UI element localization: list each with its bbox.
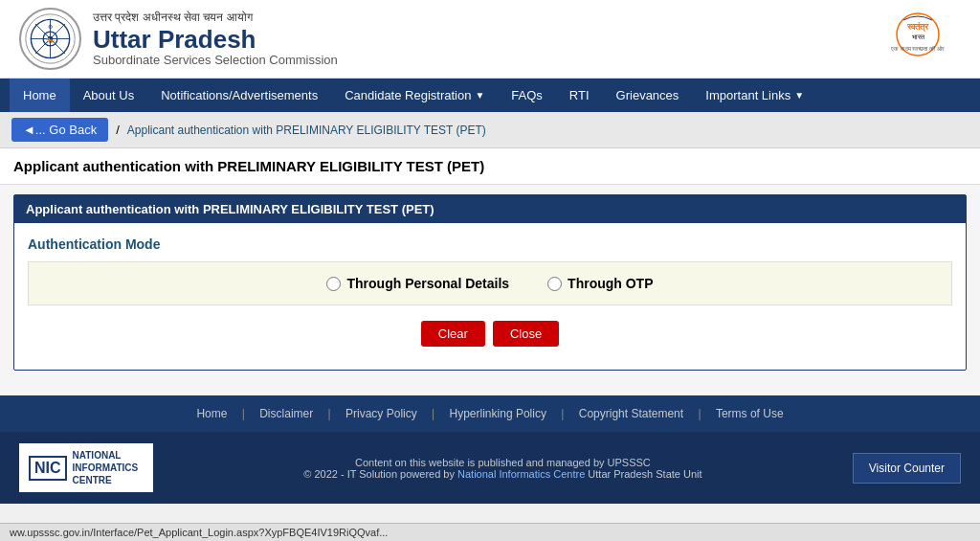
nav-rti[interactable]: RTI xyxy=(556,79,603,112)
azadi-logo: स्वतंत्र भारत एक कदम स्वच्छता की ओर xyxy=(875,11,961,68)
footer-line3-text: Uttar Pradesh State Unit xyxy=(588,468,702,480)
hindi-title: उत्तर प्रदेश अधीनस्थ सेवा चयन आयोग xyxy=(93,11,338,24)
footer-center: Content on this website is published and… xyxy=(303,457,702,480)
footer-bottom: NIC NATIONALINFORMATICSCENTRE Content on… xyxy=(0,432,980,504)
svg-text:🐅: 🐅 xyxy=(46,35,56,44)
close-button[interactable]: Close xyxy=(493,321,559,347)
header-left: ⚙ 🐅 उत्तर प्रदेश अधीनस्थ सेवा चयन आयोग U… xyxy=(19,8,338,70)
nav-important-links[interactable]: Important Links ▼ xyxy=(692,79,817,112)
org-subtitle: Subordinate Services Selection Commissio… xyxy=(93,53,338,67)
nav-candidate-registration[interactable]: Candidate Registration ▼ xyxy=(331,79,498,112)
breadcrumb-separator: / xyxy=(116,123,120,137)
header: ⚙ 🐅 उत्तर प्रदेश अधीनस्थ सेवा चयन आयोग U… xyxy=(0,0,980,79)
nic-full-name: NATIONALINFORMATICSCENTRE xyxy=(73,449,139,486)
option-otp[interactable]: Through OTP xyxy=(547,276,653,291)
option-personal-details[interactable]: Through Personal Details xyxy=(326,276,509,291)
section-body: Authentication Mode Through Personal Det… xyxy=(14,223,966,370)
radio-otp[interactable] xyxy=(547,277,562,291)
svg-text:एक कदम स्वच्छता की ओर: एक कदम स्वच्छता की ओर xyxy=(890,45,945,52)
nav-about[interactable]: About Us xyxy=(70,79,147,112)
footer-links: Home | Disclaimer | Privacy Policy | Hyp… xyxy=(0,395,980,432)
option-personal-label: Through Personal Details xyxy=(346,276,509,291)
dropdown-arrow: ▼ xyxy=(475,90,484,101)
visitor-counter: Visitor Counter xyxy=(853,453,961,484)
header-right: स्वतंत्र भारत एक कदम स्वच्छता की ओर xyxy=(875,11,961,68)
org-logo: ⚙ 🐅 xyxy=(19,8,81,70)
svg-text:स्वतंत्र: स्वतंत्र xyxy=(906,21,929,33)
nav-grievances[interactable]: Grievances xyxy=(603,79,693,112)
nav-home[interactable]: Home xyxy=(10,79,70,112)
go-back-button[interactable]: ◄... Go Back xyxy=(11,118,108,142)
breadcrumb-link[interactable]: Applicant authentication with PRELIMINAR… xyxy=(127,124,486,137)
sep1: | xyxy=(242,407,245,420)
footer-link-hyperlinking[interactable]: Hyperlinking Policy xyxy=(450,407,546,420)
footer-content-line2: © 2022 - IT Solution powered by National… xyxy=(303,468,702,480)
nic-link[interactable]: National Informatics Centre xyxy=(457,468,585,480)
sep4: | xyxy=(561,407,564,420)
section-header: Applicant authentication with PRELIMINAR… xyxy=(14,195,966,223)
footer-link-terms[interactable]: Terms of Use xyxy=(716,407,784,420)
breadcrumb-bar: ◄... Go Back / Applicant authentication … xyxy=(0,112,980,148)
visitor-counter-label: Visitor Counter xyxy=(869,462,945,475)
org-title: Uttar Pradesh xyxy=(93,26,338,54)
page-title-text: Applicant authentication with PRELIMINAR… xyxy=(13,158,484,174)
main-content: Applicant authentication with PRELIMINAR… xyxy=(0,185,980,395)
navbar: Home About Us Notifications/Advertisemen… xyxy=(0,79,980,112)
sep5: | xyxy=(698,407,701,420)
nic-icon-text: NIC xyxy=(29,456,67,481)
radio-personal-details[interactable] xyxy=(326,277,341,291)
nic-logo: NIC NATIONALINFORMATICSCENTRE xyxy=(19,443,153,492)
dropdown-arrow-2: ▼ xyxy=(794,90,804,101)
footer-link-copyright[interactable]: Copyright Statement xyxy=(579,407,683,420)
svg-text:भारत: भारत xyxy=(912,34,925,40)
org-text: उत्तर प्रदेश अधीनस्थ सेवा चयन आयोग Uttar… xyxy=(93,11,338,68)
footer-link-privacy[interactable]: Privacy Policy xyxy=(345,407,417,420)
button-row: Clear Close xyxy=(28,321,952,356)
footer-content-line1: Content on this website is published and… xyxy=(303,457,702,468)
auth-mode-label: Authentication Mode xyxy=(28,237,952,252)
section-box: Applicant authentication with PRELIMINAR… xyxy=(13,194,967,371)
nav-notifications[interactable]: Notifications/Advertisements xyxy=(147,79,331,112)
footer-line2-text: © 2022 - IT Solution powered by xyxy=(303,468,455,480)
footer-link-home[interactable]: Home xyxy=(196,407,227,420)
sep2: | xyxy=(328,407,331,420)
footer-link-disclaimer[interactable]: Disclaimer xyxy=(259,407,313,420)
nav-faqs[interactable]: FAQs xyxy=(498,79,556,112)
clear-button[interactable]: Clear xyxy=(421,321,485,347)
page-title: Applicant authentication with PRELIMINAR… xyxy=(0,148,980,185)
sep3: | xyxy=(432,407,434,420)
option-otp-label: Through OTP xyxy=(568,276,653,291)
radio-row: Through Personal Details Through OTP xyxy=(28,261,952,305)
